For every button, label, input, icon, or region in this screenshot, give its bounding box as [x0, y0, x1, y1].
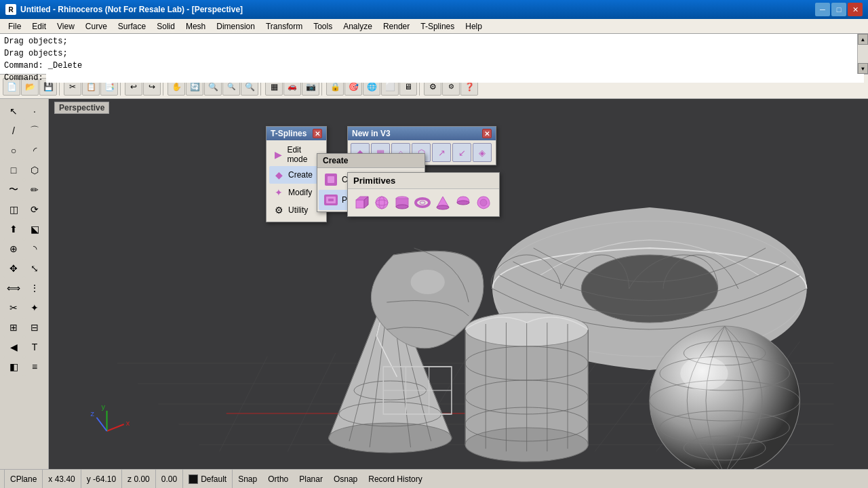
tsp-modify-label: Modify — [288, 188, 312, 197]
window-title: Untitled - Rhinoceros (Not For Resale La… — [20, 5, 815, 14]
v3-panel-header[interactable]: New in V3 ✕ — [348, 127, 496, 140]
lt-extrude[interactable]: ⬆ — [3, 220, 24, 239]
menu-view[interactable]: View — [52, 20, 80, 33]
menu-tools[interactable]: Tools — [308, 20, 338, 33]
lt-circle[interactable]: ○ — [3, 141, 24, 160]
sb-y: y -64.10 — [81, 470, 122, 488]
lt-join[interactable]: ⊞ — [3, 318, 24, 337]
sb-x: x 43.40 — [43, 470, 81, 488]
viewport[interactable]: x y z — [49, 99, 868, 469]
lt-text[interactable]: T — [24, 338, 45, 357]
lt-polyline[interactable]: ⌒ — [24, 121, 45, 140]
lt-row-12: ⊞ ⊟ — [3, 318, 45, 337]
scroll-down[interactable]: ▼ — [858, 63, 868, 74]
lt-select[interactable]: ↖ — [3, 102, 24, 121]
sb-layer[interactable]: Default — [183, 470, 233, 488]
tsp-editmode-label: Edit mode — [287, 145, 321, 164]
sb-cplane: CPlane — [4, 470, 43, 488]
lt-trim[interactable]: ✂ — [3, 298, 24, 317]
menu-surface[interactable]: Surface — [113, 20, 151, 33]
prim-sphere[interactable] — [372, 193, 391, 212]
lt-polygon[interactable]: ⬡ — [24, 161, 45, 180]
tsplines-close[interactable]: ✕ — [313, 129, 322, 138]
menu-edit[interactable]: Edit — [26, 20, 52, 33]
lt-row-7: ⬆ ⬕ — [3, 220, 45, 239]
prim-cylinder[interactable] — [393, 193, 412, 212]
tsp-create[interactable]: ◆ Create — [269, 166, 323, 184]
lt-split[interactable]: ✦ — [24, 298, 45, 317]
lt-mirror[interactable]: ⟺ — [3, 279, 24, 298]
svg-line-16 — [107, 424, 124, 431]
status-bar: CPlane x 43.40 y -64.10 z 0.00 0.00 Defa… — [0, 469, 868, 488]
prim-custom[interactable] — [474, 193, 493, 212]
prim-cone[interactable] — [433, 193, 452, 212]
minimize-button[interactable]: ─ — [815, 3, 830, 16]
tsp-modify[interactable]: ✦ Modify — [269, 184, 323, 201]
lt-scale[interactable]: ⤡ — [24, 259, 45, 278]
lt-layer[interactable]: ◧ — [3, 357, 24, 376]
v3-icon-6[interactable]: ↙ — [452, 143, 471, 162]
main-area: ↖ · / ⌒ ○ ◜ □ ⬡ 〜 ✏ ◫ ⟳ ⬆ ⬕ ⊕ ◝ — [0, 99, 868, 469]
app-icon: R — [5, 4, 16, 15]
window-controls: ─ □ ✕ — [815, 3, 863, 16]
lt-arc[interactable]: ◜ — [24, 141, 45, 160]
lt-array[interactable]: ⋮ — [24, 279, 45, 298]
svg-point-75 — [420, 201, 425, 205]
lt-loft[interactable]: ⬕ — [24, 220, 45, 239]
menu-solid[interactable]: Solid — [151, 20, 180, 33]
v3-icon-7[interactable]: ◈ — [473, 143, 492, 162]
prim-box[interactable] — [352, 193, 371, 212]
cmd-input[interactable] — [46, 73, 864, 83]
scroll-up[interactable]: ▲ — [858, 34, 868, 45]
cmd-prompt[interactable]: Command: — [4, 72, 864, 84]
lt-line[interactable]: / — [3, 121, 24, 140]
command-area: Drag objects; Drag objects; Command: _De… — [0, 34, 868, 75]
sb-osnap[interactable]: Osnap — [328, 470, 363, 488]
v3-title: New in V3 — [352, 129, 391, 138]
sb-planar[interactable]: Planar — [294, 470, 328, 488]
menu-tsplines[interactable]: T-Splines — [415, 20, 460, 33]
menu-mesh[interactable]: Mesh — [180, 20, 211, 33]
primitives-menu: Primitives — [347, 172, 500, 217]
sb-ortho[interactable]: Ortho — [262, 470, 294, 488]
command-scrollbar[interactable]: ▲ ▼ — [857, 34, 868, 74]
lt-surface[interactable]: ◫ — [3, 200, 24, 219]
lt-boolean[interactable]: ⊕ — [3, 239, 24, 258]
svg-point-23 — [581, 255, 717, 323]
tsp-utility-icon: ⚙ — [272, 203, 285, 217]
v3-close[interactable]: ✕ — [482, 129, 492, 138]
lt-props[interactable]: ≡ — [24, 357, 45, 376]
cmd-line-1: Drag objects; — [4, 35, 864, 47]
maximize-button[interactable]: □ — [831, 3, 846, 16]
svg-rect-65 — [356, 200, 364, 208]
lt-freeform[interactable]: ✏ — [24, 180, 45, 199]
menu-render[interactable]: Render — [378, 20, 415, 33]
lt-dim[interactable]: ◀ — [3, 338, 24, 357]
menu-dimension[interactable]: Dimension — [211, 20, 260, 33]
tsplines-panel-header[interactable]: T-Splines ✕ — [267, 127, 326, 140]
lt-point[interactable]: · — [24, 102, 45, 121]
cmd-line-3: Command: _Delete — [4, 60, 864, 72]
menu-analyze[interactable]: Analyze — [338, 20, 378, 33]
lt-move[interactable]: ✥ — [3, 259, 24, 278]
menu-transform[interactable]: Transform — [260, 20, 308, 33]
lt-curve[interactable]: 〜 — [3, 180, 24, 199]
tsp-utility[interactable]: ⚙ Utility — [269, 201, 323, 219]
tsp-editmode[interactable]: ▶ Edit mode — [269, 143, 323, 166]
lt-revolve[interactable]: ⟳ — [24, 200, 45, 219]
sb-snap[interactable]: Snap — [233, 470, 262, 488]
menu-file[interactable]: File — [3, 20, 26, 33]
prim-torus[interactable] — [413, 193, 432, 212]
v3-icon-5[interactable]: ↗ — [432, 143, 451, 162]
menu-help[interactable]: Help — [460, 20, 488, 33]
close-button[interactable]: ✕ — [848, 3, 863, 16]
svg-point-78 — [457, 201, 469, 205]
prim-halfsphere[interactable] — [454, 193, 473, 212]
lt-row-3: ○ ◜ — [3, 141, 45, 160]
sb-record[interactable]: Record History — [363, 470, 427, 488]
lt-fillet[interactable]: ◝ — [24, 239, 45, 258]
menu-curve[interactable]: Curve — [80, 20, 113, 33]
sb-layer-color — [189, 474, 198, 484]
lt-rect[interactable]: □ — [3, 161, 24, 180]
lt-group[interactable]: ⊟ — [24, 318, 45, 337]
